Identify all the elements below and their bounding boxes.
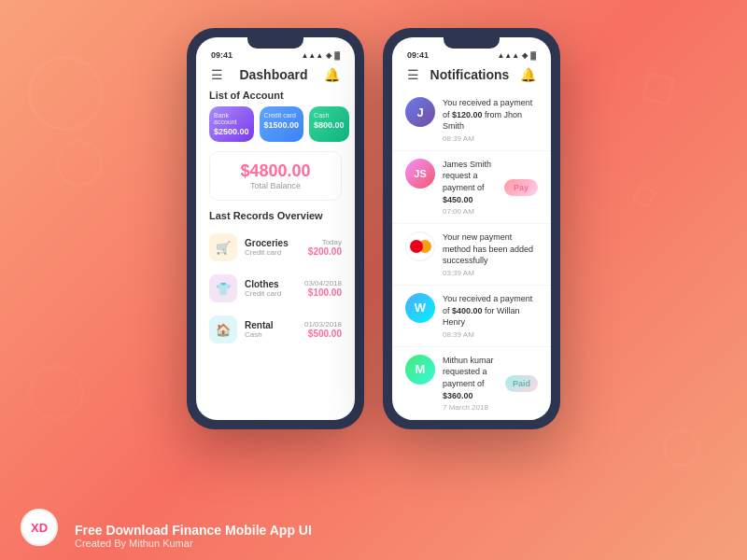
notif-wifi-icon: ◈ <box>522 51 528 60</box>
bank-account-card[interactable]: Bank account $2500.00 <box>209 106 254 142</box>
status-icons: ▲▲▲ ◈ ▓ <box>301 51 340 60</box>
mastercard-logo <box>410 240 431 253</box>
notif-avatar-4: W <box>405 293 435 323</box>
accounts-section-title: List of Account <box>196 90 355 106</box>
total-label: Total Balance <box>219 181 331 190</box>
clothes-right: 03/04/2018 $100.00 <box>304 279 342 298</box>
notif-text-3: Your new payment method has been added s… <box>443 231 538 267</box>
notif-battery-icon: ▓ <box>530 51 536 60</box>
notif-bell-icon[interactable]: 🔔 <box>520 67 536 82</box>
notif-time-1: 08:39 AM <box>443 134 538 143</box>
notif-text-1: You received a payment of $120.00 from J… <box>443 97 538 133</box>
notch-right <box>444 37 500 49</box>
rental-name: Rental <box>245 320 297 330</box>
record-clothes[interactable]: 👕 Clothes Credit card 03/04/2018 $100.00 <box>196 268 355 309</box>
notification-1[interactable]: J You received a payment of $120.00 from… <box>392 90 551 151</box>
notification-5[interactable]: M Mithun kumar requested a payment of $3… <box>392 347 551 420</box>
groceries-icon: 🛒 <box>209 233 237 261</box>
notif-content-3: Your new payment method has been added s… <box>443 231 538 277</box>
notification-4[interactable]: W You received a payment of $400.00 for … <box>392 286 551 347</box>
xd-logo: XD <box>21 509 58 546</box>
notif-avatar-mastercard <box>405 231 435 261</box>
groceries-date: Today <box>308 238 342 246</box>
cash-label: Cash <box>314 112 345 119</box>
rental-date: 01/03/2018 <box>304 320 342 329</box>
total-balance-box: $4800.00 Total Balance <box>209 151 342 201</box>
rental-info: Rental Cash <box>245 320 297 339</box>
groceries-amount: $200.00 <box>308 246 342 257</box>
pay-button[interactable]: Pay <box>504 179 538 196</box>
notif-avatar-1: J <box>405 97 435 127</box>
notif-action-pay[interactable]: Pay <box>504 177 538 196</box>
groceries-sub: Credit card <box>245 248 301 257</box>
rental-sub: Cash <box>245 330 297 339</box>
notif-text-5: Mithun kumar requested a payment of $360… <box>443 355 498 401</box>
record-rental[interactable]: 🏠 Rental Cash 01/03/2018 $500.00 <box>196 309 355 350</box>
notification-3[interactable]: Your new payment method has been added s… <box>392 224 551 286</box>
notif-status-icons: ▲▲▲ ◈ ▓ <box>497 51 536 60</box>
mc-red-circle <box>410 240 423 253</box>
cash-card[interactable]: Cash $800.00 <box>309 106 349 142</box>
notification-2[interactable]: JS James Smith request a payment of $450… <box>392 151 551 224</box>
rental-icon: 🏠 <box>209 315 237 343</box>
clothes-icon: 👕 <box>209 274 237 302</box>
bank-amount: $2500.00 <box>214 127 249 136</box>
record-groceries[interactable]: 🛒 Groceries Credit card Today $200.00 <box>196 227 355 268</box>
notifications-screen: 09:41 ▲▲▲ ◈ ▓ ☰ Notifications 🔔 J <box>392 37 551 420</box>
bell-icon[interactable]: 🔔 <box>324 67 340 82</box>
paid-button[interactable]: Paid <box>505 375 538 392</box>
menu-icon[interactable]: ☰ <box>211 67 223 82</box>
wifi-icon: ◈ <box>326 51 331 60</box>
notif-action-paid[interactable]: Paid <box>505 373 538 392</box>
footer-text: Free Download Finance Mobile App UI Crea… <box>75 523 312 549</box>
footer-subtitle: Created By Mithun Kumar <box>75 538 312 549</box>
dashboard-screen: 09:41 ▲▲▲ ◈ ▓ ☰ Dashboard 🔔 List of Acco… <box>196 37 355 420</box>
credit-label: Credit card <box>264 112 300 119</box>
clothes-name: Clothes <box>245 279 297 289</box>
notif-time-3: 03:39 AM <box>443 269 538 277</box>
groceries-info: Groceries Credit card <box>245 238 301 257</box>
groceries-right: Today $200.00 <box>308 238 342 257</box>
credit-amount: $1500.00 <box>264 120 300 130</box>
phones-container: 09:41 ▲▲▲ ◈ ▓ ☰ Dashboard 🔔 List of Acco… <box>187 28 560 429</box>
footer-title: Free Download Finance Mobile App UI <box>75 523 312 538</box>
notif-text-2: James Smith request a payment of $450.00 <box>443 159 497 205</box>
bank-label: Bank account <box>214 112 249 125</box>
notif-status-time: 09:41 <box>407 50 429 60</box>
notif-time-5: 7 March 2018 <box>443 403 498 412</box>
credit-card[interactable]: Credit card $1500.00 <box>260 106 304 142</box>
groceries-name: Groceries <box>245 238 301 248</box>
notifications-title: Notifications <box>430 67 510 82</box>
battery-icon: ▓ <box>334 51 340 60</box>
clothes-sub: Credit card <box>245 289 297 298</box>
total-amount: $4800.00 <box>219 161 331 181</box>
notif-signal-icon: ▲▲▲ <box>497 51 519 60</box>
notch-left <box>247 37 303 49</box>
notif-content-1: You received a payment of $120.00 from J… <box>443 97 538 143</box>
notif-avatar-2: JS <box>405 159 435 189</box>
status-time: 09:41 <box>211 50 233 60</box>
notif-time-2: 07:00 AM <box>443 207 497 216</box>
clothes-date: 03/04/2018 <box>304 279 342 287</box>
signal-icon: ▲▲▲ <box>301 51 323 60</box>
notif-content-4: You received a payment of $400.00 for Wi… <box>443 293 538 339</box>
notif-text-4: You received a payment of $400.00 for Wi… <box>443 293 538 329</box>
notif-content-2: James Smith request a payment of $450.00… <box>443 159 497 216</box>
notif-menu-icon[interactable]: ☰ <box>407 67 419 82</box>
clothes-info: Clothes Credit card <box>245 279 297 298</box>
notif-content-5: Mithun kumar requested a payment of $360… <box>443 355 498 412</box>
records-section-title: Last Records Overview <box>196 210 355 227</box>
notif-time-4: 08:39 AM <box>443 330 538 339</box>
rental-right: 01/03/2018 $500.00 <box>304 320 342 339</box>
dashboard-phone: 09:41 ▲▲▲ ◈ ▓ ☰ Dashboard 🔔 List of Acco… <box>187 28 364 429</box>
cash-amount: $800.00 <box>314 120 345 130</box>
rental-amount: $500.00 <box>304 329 342 339</box>
dashboard-header: ☰ Dashboard 🔔 <box>196 63 355 90</box>
notif-avatar-5: M <box>405 355 435 385</box>
account-cards: Bank account $2500.00 Credit card $1500.… <box>196 106 355 151</box>
dashboard-title: Dashboard <box>239 67 307 82</box>
notifications-header: ☰ Notifications 🔔 <box>392 63 551 90</box>
notifications-phone: 09:41 ▲▲▲ ◈ ▓ ☰ Notifications 🔔 J <box>383 28 560 429</box>
clothes-amount: $100.00 <box>304 287 342 298</box>
